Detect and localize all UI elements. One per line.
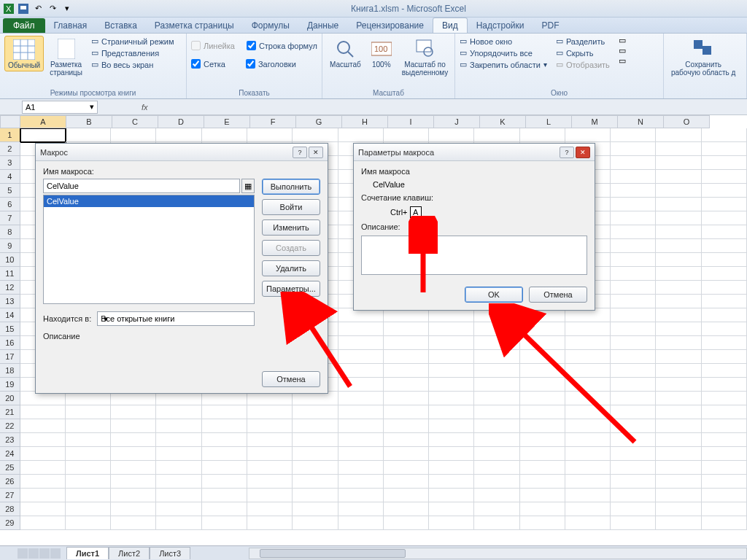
- cell[interactable]: [474, 489, 519, 502]
- chevron-down-icon[interactable]: ▾: [90, 102, 94, 112]
- row-header[interactable]: 21: [0, 405, 20, 419]
- cell[interactable]: [565, 461, 611, 475]
- opts-desc-textarea[interactable]: [361, 236, 587, 275]
- row-header[interactable]: 20: [0, 392, 20, 405]
- cell[interactable]: [565, 419, 611, 433]
- tab-pagelayout[interactable]: Разметка страницы: [146, 18, 243, 33]
- cell[interactable]: [520, 336, 565, 350]
- cell[interactable]: [702, 502, 747, 516]
- horizontal-scrollbar[interactable]: [249, 548, 747, 559]
- cell[interactable]: [111, 433, 156, 447]
- cell[interactable]: [611, 364, 656, 378]
- cell[interactable]: [565, 516, 611, 530]
- cell[interactable]: [702, 198, 747, 211]
- cell[interactable]: [338, 475, 384, 489]
- cell[interactable]: [20, 405, 66, 419]
- row-header[interactable]: 8: [0, 225, 20, 239]
- cell[interactable]: [702, 142, 747, 156]
- cell[interactable]: [384, 364, 429, 378]
- cell[interactable]: [656, 475, 701, 489]
- row-header[interactable]: 16: [0, 336, 20, 350]
- options-button[interactable]: Параметры...: [262, 281, 320, 297]
- gridlines-checkbox[interactable]: Сетка: [191, 58, 225, 69]
- cell[interactable]: [702, 184, 747, 198]
- cell[interactable]: [565, 322, 611, 336]
- cell[interactable]: [156, 419, 201, 433]
- cell[interactable]: [656, 142, 701, 156]
- cell[interactable]: [702, 267, 747, 281]
- cell[interactable]: [656, 281, 701, 295]
- cell[interactable]: [656, 128, 701, 142]
- row-header[interactable]: 13: [0, 295, 20, 308]
- cell[interactable]: [111, 447, 156, 461]
- cell[interactable]: [156, 461, 201, 475]
- cell[interactable]: [611, 128, 656, 142]
- row-header[interactable]: 22: [0, 419, 20, 433]
- cell[interactable]: [520, 364, 565, 378]
- cell[interactable]: [384, 392, 429, 405]
- cell[interactable]: [429, 516, 474, 530]
- help-icon[interactable]: ?: [560, 147, 574, 158]
- cell[interactable]: [156, 502, 201, 516]
- cell[interactable]: [565, 364, 611, 378]
- save-icon[interactable]: [18, 3, 29, 15]
- cell[interactable]: [20, 447, 66, 461]
- cell[interactable]: [702, 405, 747, 419]
- col-header[interactable]: G: [296, 115, 342, 128]
- arrange-button[interactable]: ▭Упорядочить все: [460, 47, 547, 58]
- cell[interactable]: [66, 516, 111, 530]
- cell[interactable]: [247, 475, 293, 489]
- list-item[interactable]: CelValue: [44, 195, 254, 207]
- cell[interactable]: [384, 489, 429, 502]
- view-pagelayout-button[interactable]: Разметка страницы: [47, 36, 85, 78]
- cell[interactable]: [338, 461, 384, 475]
- cell[interactable]: [202, 433, 247, 447]
- view-fullscreen-button[interactable]: ▭Во весь экран: [91, 59, 174, 70]
- cell[interactable]: [611, 489, 656, 502]
- cell[interactable]: [293, 489, 338, 502]
- cell[interactable]: [702, 489, 747, 502]
- cell[interactable]: [474, 475, 519, 489]
- cell[interactable]: [156, 128, 201, 142]
- cell[interactable]: [474, 419, 519, 433]
- cell[interactable]: [656, 308, 701, 322]
- cell[interactable]: [611, 142, 656, 156]
- cell[interactable]: [66, 489, 111, 502]
- cell[interactable]: [293, 461, 338, 475]
- tab-insert[interactable]: Вставка: [96, 18, 146, 33]
- save-workspace-button[interactable]: Сохранить рабочую область д: [668, 36, 738, 78]
- cell[interactable]: [565, 433, 611, 447]
- row-header[interactable]: 9: [0, 239, 20, 253]
- col-header[interactable]: I: [388, 115, 434, 128]
- sheet-tab[interactable]: Лист2: [109, 547, 150, 559]
- cell[interactable]: [156, 433, 201, 447]
- cell[interactable]: [565, 392, 611, 405]
- cell[interactable]: [429, 447, 474, 461]
- cell[interactable]: [338, 489, 384, 502]
- cell[interactable]: [611, 447, 656, 461]
- cell[interactable]: [702, 322, 747, 336]
- cell[interactable]: [111, 128, 156, 142]
- cell[interactable]: [247, 461, 293, 475]
- view-custom-button[interactable]: ▭Представления: [91, 47, 174, 58]
- col-header[interactable]: O: [664, 115, 710, 128]
- cell[interactable]: [611, 170, 656, 184]
- col-header[interactable]: A: [20, 115, 66, 128]
- cell[interactable]: [520, 475, 565, 489]
- row-header[interactable]: 15: [0, 322, 20, 336]
- ok-button[interactable]: OK: [465, 287, 523, 303]
- cell[interactable]: [656, 184, 701, 198]
- row-header[interactable]: 10: [0, 253, 20, 267]
- row-header[interactable]: 3: [0, 156, 20, 170]
- cell[interactable]: [656, 433, 701, 447]
- cell[interactable]: [111, 419, 156, 433]
- cell[interactable]: [20, 489, 66, 502]
- cell[interactable]: [611, 198, 656, 211]
- row-header[interactable]: 23: [0, 433, 20, 447]
- cell[interactable]: [611, 225, 656, 239]
- row-header[interactable]: 4: [0, 170, 20, 184]
- cell[interactable]: [66, 461, 111, 475]
- tab-view[interactable]: Вид: [433, 18, 468, 33]
- cell[interactable]: [66, 433, 111, 447]
- row-header[interactable]: 19: [0, 378, 20, 392]
